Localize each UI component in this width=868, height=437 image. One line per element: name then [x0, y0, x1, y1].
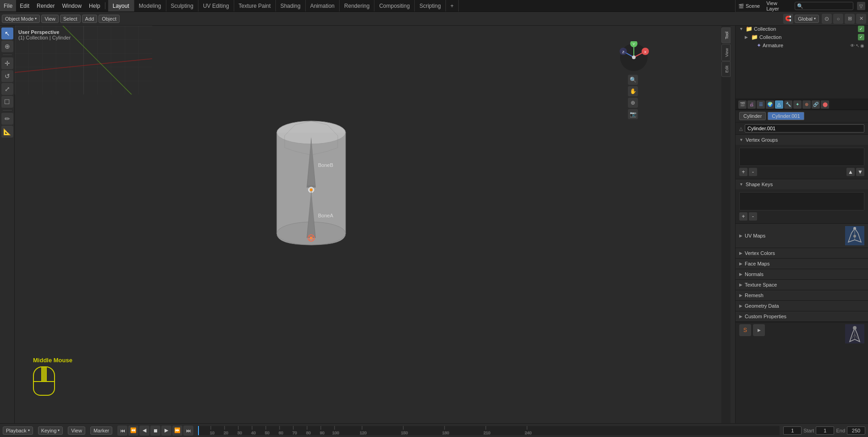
data-action-btn-1[interactable]: S [739, 324, 751, 336]
select-menu-btn[interactable]: Select [60, 15, 81, 23]
menu-edit[interactable]: Edit [16, 0, 33, 11]
annotate-tool-btn[interactable]: ✏ [1, 113, 13, 125]
shape-keys-header[interactable]: ▼ Shape Keys [736, 179, 868, 189]
scale-tool-btn[interactable]: ⤢ [1, 83, 13, 95]
armature-select-icon[interactable]: ↖ [856, 43, 859, 48]
tab-compositing[interactable]: Compositing [374, 0, 415, 11]
global-orientation-btn[interactable]: Global ▾ [795, 15, 819, 23]
mesh-btn-cylinder-001[interactable]: Cylinder.001 [768, 112, 804, 120]
outliner-collection[interactable]: ▶ 📁 Collection ✓ [737, 33, 866, 41]
shape-keys-list[interactable] [739, 192, 864, 210]
view-layer-props-btn[interactable]: ☰ [757, 100, 765, 109]
remesh-header[interactable]: ▶ Remesh [736, 290, 868, 300]
tab-modeling[interactable]: Modeling [134, 0, 166, 11]
play-back-btn[interactable]: ◀ [139, 426, 149, 436]
transform-tool-btn[interactable]: ☐ [1, 96, 13, 108]
normals-header[interactable]: ▶ Normals [736, 269, 868, 279]
shape-key-add-btn[interactable]: + [739, 212, 747, 221]
stop-btn[interactable]: ⏹ [150, 426, 160, 436]
menu-window[interactable]: Window [58, 0, 85, 11]
tab-add[interactable]: + [446, 0, 459, 11]
outliner-filter-btn[interactable]: ▽ [857, 2, 865, 10]
frame-current-field[interactable]: 1 [783, 426, 802, 435]
texture-space-header[interactable]: ▶ Texture Space [736, 280, 868, 290]
select-tool-btn[interactable]: ↖ [1, 28, 13, 39]
render-props-btn[interactable]: 🎬 [738, 100, 747, 109]
frame-end-field[interactable]: 250 [847, 426, 865, 435]
modifier-props-btn[interactable]: 🔧 [784, 100, 792, 109]
measure-btn[interactable]: ✕ [856, 14, 866, 24]
scene-collection-visible-btn[interactable]: ✓ [858, 26, 864, 32]
pan-btn[interactable]: ✋ [628, 86, 638, 96]
zoom-camera-btn[interactable]: 🔍 [628, 75, 638, 85]
particles-props-btn[interactable]: ✦ [793, 100, 802, 109]
physics-props-btn[interactable]: ⊕ [802, 100, 811, 109]
frame-start-field[interactable]: 1 [816, 426, 834, 435]
output-props-btn[interactable]: 🖨 [747, 100, 756, 109]
tab-texture-paint[interactable]: Texture Paint [234, 0, 276, 11]
playback-menu-btn[interactable]: Playback ▾ [3, 426, 33, 435]
face-maps-header[interactable]: ▶ Face Maps [736, 259, 868, 269]
vertex-group-move-up-btn[interactable]: ▲ [846, 168, 855, 176]
proportional-edit-btn[interactable]: ○ [833, 14, 843, 24]
step-back-btn[interactable]: ⏪ [128, 426, 138, 436]
snap-btn[interactable]: 🧲 [783, 14, 793, 24]
marker-btn[interactable]: Marker [90, 426, 112, 435]
scene-search[interactable]: 🔍 [795, 2, 853, 10]
3d-viewport[interactable]: User Perspective (1) Collection | Cylind… [15, 26, 731, 423]
vertex-groups-header[interactable]: ▼ Vertex Groups [736, 135, 868, 145]
navigation-gizmo[interactable]: X Y Z [618, 41, 650, 73]
constraints-props-btn[interactable]: 🔗 [812, 100, 820, 109]
geometry-data-header[interactable]: ▶ Geometry Data [736, 301, 868, 311]
measure-tool-btn[interactable]: 📐 [1, 126, 13, 138]
n-tab-edit[interactable]: Edit [721, 61, 731, 77]
rotate-tool-btn[interactable]: ↺ [1, 70, 13, 82]
tab-uv-editing[interactable]: UV Editing [198, 0, 234, 11]
n-tab-tool[interactable]: Tool [721, 28, 731, 44]
object-name-field[interactable]: Cylinder.001 [745, 124, 864, 133]
vertex-groups-list[interactable] [739, 148, 864, 166]
data-action-btn-2[interactable]: ▶ [753, 324, 765, 336]
add-menu-btn[interactable]: Add [82, 15, 98, 23]
mesh-btn-cylinder[interactable]: Cylinder [739, 112, 766, 120]
outliner-armature[interactable]: ▶ ✦ Armature 👁 ↖ ◉ [737, 41, 866, 50]
jump-end-btn[interactable]: ⏭ [183, 426, 193, 436]
timeline-view-btn[interactable]: View [68, 426, 85, 435]
scene-props-btn[interactable]: 🌍 [766, 100, 774, 109]
camera-btn[interactable]: 📷 [628, 109, 638, 119]
object-data-props-btn[interactable]: △ [775, 100, 783, 109]
cursor-tool-btn[interactable]: ⊕ [1, 40, 13, 52]
vertex-group-add-btn[interactable]: + [739, 168, 747, 176]
object-menu-btn[interactable]: Object [99, 15, 120, 23]
vertex-group-remove-btn[interactable]: - [749, 168, 757, 176]
collection-visible-btn[interactable]: ✓ [858, 34, 864, 40]
view-menu-btn[interactable]: View [41, 15, 59, 23]
play-btn[interactable]: ▶ [161, 426, 171, 436]
material-props-btn[interactable]: ⬤ [821, 100, 829, 109]
tab-rendering[interactable]: Rendering [340, 0, 374, 11]
tab-sculpting[interactable]: Sculpting [166, 0, 198, 11]
tab-shading[interactable]: Shading [276, 0, 306, 11]
armature-restrict-icon[interactable]: 👁 [850, 43, 855, 48]
menu-render[interactable]: Render [33, 0, 58, 11]
uv-maps-header[interactable]: ▶ UV Maps [736, 224, 868, 248]
armature-render-icon[interactable]: ◉ [860, 43, 864, 48]
tab-layout[interactable]: Layout [108, 0, 134, 11]
vertex-group-move-down-btn[interactable]: ▼ [856, 168, 864, 176]
jump-start-btn[interactable]: ⏮ [117, 426, 127, 436]
menu-help[interactable]: Help [85, 0, 104, 11]
keying-menu-btn[interactable]: Keying ▾ [38, 426, 63, 435]
menu-file[interactable]: File [0, 0, 16, 11]
tab-scripting[interactable]: Scripting [415, 0, 446, 11]
step-forward-btn[interactable]: ⏩ [172, 426, 182, 436]
shape-key-remove-btn[interactable]: - [749, 212, 757, 221]
orbit-btn[interactable]: ⊕ [628, 98, 638, 108]
custom-properties-header[interactable]: ▶ Custom Properties [736, 311, 868, 321]
outliner-scene-collection[interactable]: ▼ 📁 Collection ✓ [737, 25, 866, 33]
snapping-btn[interactable]: ⊞ [845, 14, 855, 24]
object-mode-btn[interactable]: Object Mode ▾ [2, 15, 40, 23]
n-tab-view[interactable]: View [721, 44, 731, 61]
vertex-colors-header[interactable]: ▶ Vertex Colors [736, 248, 868, 258]
timeline-ruler[interactable]: 10 20 30 40 50 60 70 80 90 100 [197, 426, 780, 435]
tab-animation[interactable]: Animation [306, 0, 340, 11]
